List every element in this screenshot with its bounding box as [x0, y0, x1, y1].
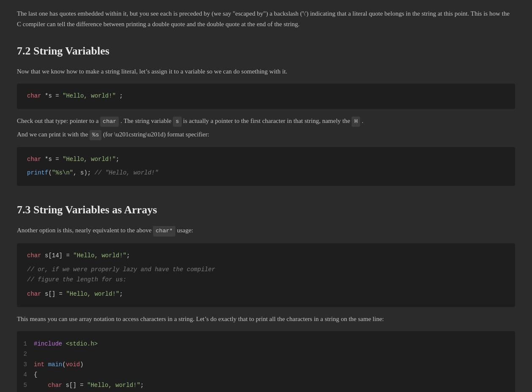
desc1-end: .	[362, 117, 363, 124]
code-line-6: 6	[17, 390, 515, 392]
line-content-4: {	[34, 370, 47, 380]
code-text: *s =	[45, 93, 63, 99]
code-line-2: 2	[17, 349, 515, 359]
code-block-1: char *s = "Hello, world!" ;	[17, 84, 515, 109]
desc1: Check out that type: pointer to a char .…	[17, 116, 515, 127]
code-line-1: 1 #include <stdio.h>	[17, 339, 515, 349]
section-72-title: 7.2 String Variables	[17, 42, 515, 60]
desc2-code: %s	[90, 130, 101, 140]
desc1-before: Check out that type: pointer to a	[17, 117, 98, 124]
code-keyword-char: char	[27, 93, 41, 99]
line-num-3: 3	[17, 359, 34, 370]
desc2: And we can print it with the %s (for \u2…	[17, 129, 515, 140]
top-paragraph: The last one has quotes embedded within …	[17, 8, 515, 30]
code-line-c3: // figure the length for us:	[27, 275, 505, 285]
line-content-1: #include <stdio.h>	[34, 339, 108, 349]
code-block-4: 1 #include <stdio.h> 2 3 int main(void) …	[17, 331, 515, 392]
line-content-3: int main(void)	[34, 359, 94, 370]
code-line-2: printf("%s\n", s); // "Hello, world!"	[27, 168, 505, 178]
line-num-2: 2	[17, 349, 34, 359]
section-72-intro: Now that we know how to make a string li…	[17, 66, 515, 77]
code-line-3: 3 int main(void)	[17, 359, 515, 370]
code-line-c2: // or, if we were properly lazy and have…	[27, 265, 505, 275]
code-line-4: 4 {	[17, 370, 515, 380]
code-block-2: char *s = "Hello, world!"; printf("%s\n"…	[17, 147, 515, 186]
code-string: "Hello, world!"	[63, 93, 116, 99]
intro-after: usage:	[177, 227, 193, 234]
section-73-title: 7.3 String Variables as Arrays	[17, 201, 515, 219]
desc2-before: And we can print it with the	[17, 131, 88, 138]
code-line-c1: char s[14] = "Hello, world!";	[27, 251, 505, 261]
line-content-2	[34, 349, 47, 359]
section-73-desc1: This means you can use array notation to…	[17, 314, 515, 324]
intro-code: char*	[153, 226, 175, 236]
desc1-middle: . The string variable	[120, 117, 172, 124]
line-num-6: 6	[17, 390, 34, 392]
line-num-5: 5	[17, 380, 34, 391]
line-content-6	[34, 390, 47, 392]
code-semi: ;	[119, 93, 123, 99]
desc2-after: (for \u201cstring\u201d) format specifie…	[103, 131, 209, 138]
desc1-code3: H	[352, 117, 360, 127]
desc1-code1: char	[100, 117, 119, 127]
intro-before: Another option is this, nearly equivalen…	[17, 227, 152, 234]
code-line-1: char *s = "Hello, world!";	[27, 155, 505, 165]
code-block-3: char s[14] = "Hello, world!"; // or, if …	[17, 243, 515, 307]
code-line-5: 5 char s[] = "Hello, world!";	[17, 380, 515, 391]
code-line-c4: char s[] = "Hello, world!";	[27, 289, 505, 299]
line-num-4: 4	[17, 370, 34, 380]
line-num-1: 1	[17, 339, 34, 349]
desc1-code2: s	[173, 117, 181, 127]
line-content-5: char s[] = "Hello, world!";	[34, 380, 154, 391]
section-73-intro: Another option is this, nearly equivalen…	[17, 225, 515, 236]
desc1-after: is actually a pointer to the first chara…	[183, 117, 352, 124]
